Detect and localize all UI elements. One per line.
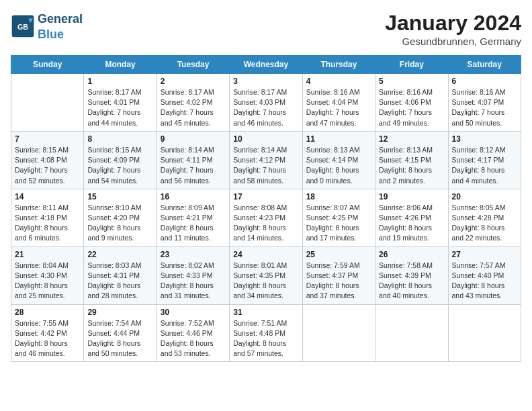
day-cell: 9Sunrise: 8:14 AMSunset: 4:11 PMDaylight… (157, 131, 229, 189)
daylight-hours: Daylight: 8 hours and 4 minutes. (452, 166, 505, 184)
day-cell: 8Sunrise: 8:15 AMSunset: 4:09 PMDaylight… (84, 131, 157, 189)
logo-general: General (38, 12, 83, 26)
day-info: Sunrise: 7:58 AMSunset: 4:39 PMDaylight:… (379, 261, 444, 302)
sunrise-time: Sunrise: 8:14 AM (233, 146, 287, 154)
day-info: Sunrise: 7:54 AMSunset: 4:44 PMDaylight:… (87, 318, 152, 359)
sunset-time: Sunset: 4:21 PM (161, 214, 213, 222)
daylight-hours: Daylight: 7 hours and 45 minutes. (161, 108, 214, 126)
day-info: Sunrise: 8:10 AMSunset: 4:20 PMDaylight:… (87, 203, 152, 244)
day-cell: 11Sunrise: 8:13 AMSunset: 4:14 PMDayligh… (302, 131, 375, 189)
logo-blue: Blue (38, 28, 64, 41)
daylight-hours: Daylight: 8 hours and 25 minutes. (15, 281, 68, 300)
day-info: Sunrise: 8:13 AMSunset: 4:14 PMDaylight:… (306, 145, 371, 186)
header-row: SundayMondayTuesdayWednesdayThursdayFrid… (11, 56, 521, 74)
sunset-time: Sunset: 4:46 PM (161, 329, 213, 337)
day-cell: 21Sunrise: 8:04 AMSunset: 4:30 PMDayligh… (11, 246, 84, 304)
day-cell: 23Sunrise: 8:02 AMSunset: 4:33 PMDayligh… (157, 246, 229, 304)
day-cell: 22Sunrise: 8:03 AMSunset: 4:31 PMDayligh… (84, 246, 157, 304)
day-number: 5 (379, 77, 444, 86)
week-row-2: 7Sunrise: 8:15 AMSunset: 4:08 PMDaylight… (11, 131, 521, 189)
sunset-time: Sunset: 4:23 PM (233, 214, 285, 222)
sunset-time: Sunset: 4:04 PM (306, 98, 359, 106)
daylight-hours: Daylight: 7 hours and 58 minutes. (233, 166, 286, 184)
title-block: January 2024 Gesundbrunnen, Germany (385, 11, 521, 47)
sunrise-time: Sunrise: 8:16 AM (379, 88, 433, 96)
day-info: Sunrise: 8:17 AMSunset: 4:01 PMDaylight:… (87, 87, 152, 128)
week-row-1: 1Sunrise: 8:17 AMSunset: 4:01 PMDaylight… (11, 74, 521, 132)
daylight-hours: Daylight: 8 hours and 40 minutes. (379, 281, 432, 300)
day-number: 26 (379, 250, 444, 259)
day-number: 7 (15, 134, 80, 144)
sunrise-time: Sunrise: 7:52 AM (161, 319, 214, 327)
sunrise-time: Sunrise: 8:06 AM (379, 203, 433, 212)
day-number: 30 (161, 308, 226, 317)
day-info: Sunrise: 8:07 AMSunset: 4:25 PMDaylight:… (306, 203, 371, 244)
day-info: Sunrise: 8:12 AMSunset: 4:17 PMDaylight:… (452, 145, 517, 186)
day-cell (375, 304, 448, 362)
sunrise-time: Sunrise: 8:04 AM (15, 261, 69, 269)
day-info: Sunrise: 8:11 AMSunset: 4:18 PMDaylight:… (15, 203, 80, 244)
day-cell: 6Sunrise: 8:16 AMSunset: 4:07 PMDaylight… (448, 74, 521, 132)
col-header-monday: Monday (84, 56, 157, 74)
daylight-hours: Daylight: 7 hours and 47 minutes. (306, 108, 359, 126)
sunrise-time: Sunrise: 8:13 AM (306, 146, 360, 154)
daylight-hours: Daylight: 8 hours and 46 minutes. (15, 339, 68, 357)
sunset-time: Sunset: 4:18 PM (15, 214, 67, 222)
day-cell: 19Sunrise: 8:06 AMSunset: 4:26 PMDayligh… (375, 189, 448, 246)
sunrise-time: Sunrise: 8:12 AM (452, 146, 506, 154)
day-number: 25 (306, 250, 371, 259)
sunset-time: Sunset: 4:37 PM (306, 271, 359, 279)
sunset-time: Sunset: 4:35 PM (233, 271, 285, 279)
daylight-hours: Daylight: 8 hours and 53 minutes. (161, 339, 214, 357)
sunrise-time: Sunrise: 8:01 AM (233, 261, 287, 269)
day-cell: 7Sunrise: 8:15 AMSunset: 4:08 PMDaylight… (11, 131, 84, 189)
day-cell: 29Sunrise: 7:54 AMSunset: 4:44 PMDayligh… (84, 304, 157, 362)
sunrise-time: Sunrise: 8:13 AM (379, 146, 433, 154)
sunrise-time: Sunrise: 8:17 AM (233, 88, 287, 96)
daylight-hours: Daylight: 8 hours and 11 minutes. (161, 224, 214, 242)
sunset-time: Sunset: 4:20 PM (87, 214, 140, 222)
sunrise-time: Sunrise: 8:15 AM (87, 146, 141, 154)
daylight-hours: Daylight: 8 hours and 0 minutes. (306, 166, 359, 184)
sunrise-time: Sunrise: 7:54 AM (87, 319, 141, 327)
day-info: Sunrise: 8:02 AMSunset: 4:33 PMDaylight:… (161, 261, 226, 302)
sunrise-time: Sunrise: 7:57 AM (452, 261, 506, 269)
day-info: Sunrise: 8:13 AMSunset: 4:15 PMDaylight:… (379, 145, 444, 186)
day-cell: 2Sunrise: 8:17 AMSunset: 4:02 PMDaylight… (157, 74, 229, 132)
day-number: 31 (233, 308, 298, 317)
day-number: 23 (161, 250, 226, 259)
day-cell: 16Sunrise: 8:09 AMSunset: 4:21 PMDayligh… (157, 189, 229, 246)
sunrise-time: Sunrise: 8:15 AM (15, 146, 69, 154)
sunset-time: Sunset: 4:40 PM (452, 271, 504, 279)
day-info: Sunrise: 8:16 AMSunset: 4:06 PMDaylight:… (379, 87, 444, 128)
day-number: 17 (233, 192, 298, 201)
daylight-hours: Daylight: 8 hours and 28 minutes. (87, 281, 140, 300)
day-info: Sunrise: 8:01 AMSunset: 4:35 PMDaylight:… (233, 261, 298, 302)
daylight-hours: Daylight: 8 hours and 14 minutes. (233, 224, 286, 242)
daylight-hours: Daylight: 7 hours and 50 minutes. (452, 108, 505, 126)
day-cell: 5Sunrise: 8:16 AMSunset: 4:06 PMDaylight… (375, 74, 448, 132)
col-header-thursday: Thursday (302, 56, 375, 74)
day-info: Sunrise: 7:51 AMSunset: 4:48 PMDaylight:… (233, 318, 298, 359)
day-info: Sunrise: 8:09 AMSunset: 4:21 PMDaylight:… (161, 203, 226, 244)
col-header-wednesday: Wednesday (230, 56, 302, 74)
sunrise-time: Sunrise: 8:17 AM (87, 88, 141, 96)
daylight-hours: Daylight: 8 hours and 57 minutes. (233, 339, 286, 357)
day-info: Sunrise: 8:16 AMSunset: 4:07 PMDaylight:… (452, 87, 517, 128)
sunset-time: Sunset: 4:14 PM (306, 156, 359, 164)
daylight-hours: Daylight: 8 hours and 34 minutes. (233, 281, 286, 300)
day-cell: 20Sunrise: 8:05 AMSunset: 4:28 PMDayligh… (448, 189, 521, 246)
sunrise-time: Sunrise: 8:17 AM (161, 88, 214, 96)
day-number: 2 (161, 77, 226, 86)
daylight-hours: Daylight: 8 hours and 9 minutes. (87, 224, 140, 242)
day-number: 24 (233, 250, 298, 259)
day-number: 20 (452, 192, 517, 201)
day-cell: 4Sunrise: 8:16 AMSunset: 4:04 PMDaylight… (302, 74, 375, 132)
day-cell: 26Sunrise: 7:58 AMSunset: 4:39 PMDayligh… (375, 246, 448, 304)
sunset-time: Sunset: 4:48 PM (233, 329, 285, 337)
sunrise-time: Sunrise: 8:10 AM (87, 203, 141, 212)
daylight-hours: Daylight: 7 hours and 52 minutes. (15, 166, 68, 184)
day-info: Sunrise: 8:17 AMSunset: 4:03 PMDaylight:… (233, 87, 298, 128)
col-header-saturday: Saturday (448, 56, 521, 74)
sunset-time: Sunset: 4:07 PM (452, 98, 504, 106)
